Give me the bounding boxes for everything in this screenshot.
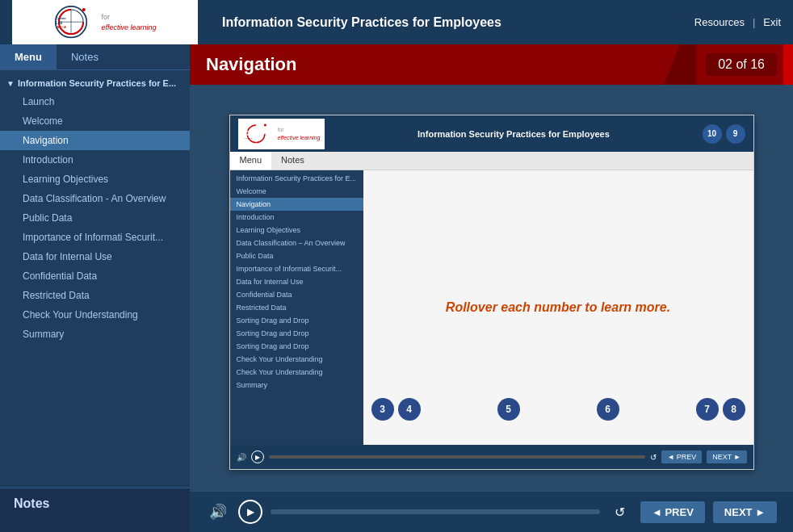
slide-counter: 02 of 16 [706, 53, 777, 76]
inner-progress-bar-area: 🔊 ▶ ↺ ◄ PREV NEXT ► [230, 445, 753, 469]
num-circles-left: 3 4 [371, 398, 421, 421]
inner-slide-title: Information Security Practices for Emplo… [325, 129, 702, 139]
svg-text:Lab: Lab [56, 21, 63, 25]
inner-resources-button[interactable]: 10 [703, 124, 722, 144]
sidebar-item-introduction[interactable]: Introduction [0, 150, 190, 170]
svg-text:Comm: Comm [245, 129, 253, 132]
sidebar-item-internal-use[interactable]: Data for Internal Use [0, 247, 190, 266]
inner-tab-notes[interactable]: Notes [271, 152, 314, 170]
inner-number-controls: 3 4 5 6 7 8 [363, 398, 753, 421]
tab-menu[interactable]: Menu [0, 44, 57, 69]
inner-nav-navigation[interactable]: Navigation [230, 198, 363, 211]
num-circle-3[interactable]: 3 [371, 398, 394, 421]
num-circles-right: 7 8 [696, 398, 745, 421]
sidebar-item-check-understanding[interactable]: Check Your Understanding [0, 305, 190, 325]
logo-tagline: for effective learning [101, 12, 156, 32]
num-circle-4[interactable]: 4 [398, 398, 421, 421]
sidebar-item-navigation[interactable]: Navigation [0, 131, 190, 150]
inner-nav-confidential[interactable]: Confidential Data [230, 288, 363, 301]
sidebar-item-restricted[interactable]: Restricted Data [0, 286, 190, 305]
inner-prev-button[interactable]: ◄ PREV [661, 450, 702, 463]
sidebar-item-summary[interactable]: Summary [0, 325, 190, 344]
inner-tab-menu[interactable]: Menu [230, 152, 272, 170]
sidebar-item-confidential[interactable]: Confidential Data [0, 266, 190, 286]
svg-text:Lab: Lab [245, 132, 250, 136]
logo-area: Comm Lab I N D I A for effective learnin… [12, 0, 198, 44]
sidebar-tabs: Menu Notes [0, 44, 190, 70]
inner-logo-svg: Comm Lab I N D I A [243, 121, 275, 147]
commlab-logo: Comm Lab I N D I A for effective learnin… [53, 4, 156, 40]
inner-nav-classification[interactable]: Data Classification – An Overview [230, 237, 363, 249]
slide-title: Navigation [206, 54, 296, 75]
slide-viewport: Comm Lab I N D I A for effective learnin… [190, 85, 793, 492]
inner-sidebar: Information Security Practices for E... … [230, 170, 363, 445]
sidebar: Menu Notes ▼ Information Security Practi… [0, 44, 190, 532]
inner-nav-importance[interactable]: Importance of Informati Securit... [230, 262, 363, 275]
top-header: Comm Lab I N D I A for effective learnin… [0, 0, 793, 44]
inner-slide: Comm Lab I N D I A for effective learnin… [229, 115, 754, 470]
inner-nav-summary[interactable]: Summary [230, 379, 363, 392]
inner-exit-button[interactable]: 9 [726, 124, 745, 144]
course-title: Information Security Practices for Emplo… [198, 15, 694, 30]
inner-volume-button[interactable]: 🔊 [237, 453, 246, 462]
num-circle-5[interactable]: 5 [497, 398, 520, 421]
svg-text:I N D I A: I N D I A [56, 26, 67, 29]
inner-nav-learning[interactable]: Learning Objectives [230, 224, 363, 237]
volume-button[interactable]: 🔊 [206, 500, 230, 524]
inner-play-button[interactable]: ▶ [251, 450, 264, 463]
inner-refresh-button[interactable]: ↺ [650, 453, 657, 462]
inner-nav-check2[interactable]: Check Your Understanding [230, 366, 363, 379]
sidebar-item-data-classification[interactable]: Data Classification - An Overview [0, 189, 190, 208]
sidebar-nav-content: ▼ Information Security Practices for E..… [0, 70, 190, 488]
inner-nav-sorting1[interactable]: Sorting Drag and Drop [230, 314, 363, 327]
inner-nav-internal[interactable]: Data for Internal Use [230, 275, 363, 288]
inner-nav-sorting3[interactable]: Sorting Drag and Drop [230, 340, 363, 353]
sidebar-item-welcome[interactable]: Welcome [0, 111, 190, 131]
prev-button[interactable]: ◄ PREV [640, 501, 705, 523]
next-button[interactable]: NEXT ► [713, 501, 777, 523]
notes-area: Notes [0, 488, 190, 532]
svg-point-15 [263, 124, 266, 126]
rollover-instruction: Rollover each number to learn more. [446, 300, 670, 315]
slide-header: Navigation 02 of 16 [190, 44, 793, 85]
main-content: Navigation 02 of 16 Comm [190, 44, 793, 532]
svg-point-7 [82, 8, 86, 11]
bottom-controls: 🔊 ▶ ↺ ◄ PREV NEXT ► [190, 492, 793, 532]
num-circle-8[interactable]: 8 [723, 398, 745, 421]
header-navigation: Resources | Exit [694, 16, 781, 28]
svg-text:I N D I A: I N D I A [245, 136, 253, 139]
num-circle-7[interactable]: 7 [696, 398, 719, 421]
inner-nav-security[interactable]: Information Security Practices for E... [230, 172, 363, 185]
main-layout: Menu Notes ▼ Information Security Practi… [0, 44, 793, 532]
refresh-button[interactable]: ↺ [608, 500, 632, 524]
tab-notes[interactable]: Notes [57, 44, 113, 69]
commlab-logo-svg: Comm Lab I N D I A [53, 4, 98, 40]
play-button[interactable]: ▶ [238, 500, 262, 524]
inner-main-area: Rollover each number to learn more. 3 4 … [363, 170, 753, 445]
inner-header-buttons: 10 9 [703, 124, 745, 144]
inner-logo: Comm Lab I N D I A for effective learnin… [238, 119, 325, 149]
sidebar-item-learning-objectives[interactable]: Learning Objectives [0, 170, 190, 189]
tree-expand-icon[interactable]: ▼ [6, 79, 15, 88]
notes-label: Notes [4, 492, 186, 515]
exit-link[interactable]: Exit [763, 16, 781, 28]
sidebar-item-launch[interactable]: Launch [0, 92, 190, 111]
inner-nav-check1[interactable]: Check Your Understanding [230, 353, 363, 366]
inner-nav-public[interactable]: Public Data [230, 249, 363, 262]
tree-root: ▼ Information Security Practices for E..… [0, 74, 190, 92]
progress-bar[interactable] [271, 509, 600, 514]
slide-header-accent [664, 44, 696, 85]
inner-nav-introduction[interactable]: Introduction [230, 211, 363, 224]
inner-progress-bar[interactable] [269, 455, 646, 459]
inner-nav-welcome[interactable]: Welcome [230, 185, 363, 198]
svg-text:Comm: Comm [56, 16, 66, 20]
inner-nav-sorting2[interactable]: Sorting Drag and Drop [230, 327, 363, 340]
inner-tabs: Menu Notes [230, 152, 753, 170]
sidebar-item-importance[interactable]: Importance of Informati Securit... [0, 228, 190, 247]
inner-nav-restricted[interactable]: Restricted Data [230, 301, 363, 314]
resources-link[interactable]: Resources [694, 16, 745, 28]
num-circle-6[interactable]: 6 [597, 398, 619, 421]
sidebar-item-public-data[interactable]: Public Data [0, 208, 190, 228]
inner-next-button[interactable]: NEXT ► [707, 450, 746, 463]
inner-slide-header: Comm Lab I N D I A for effective learnin… [230, 115, 753, 152]
